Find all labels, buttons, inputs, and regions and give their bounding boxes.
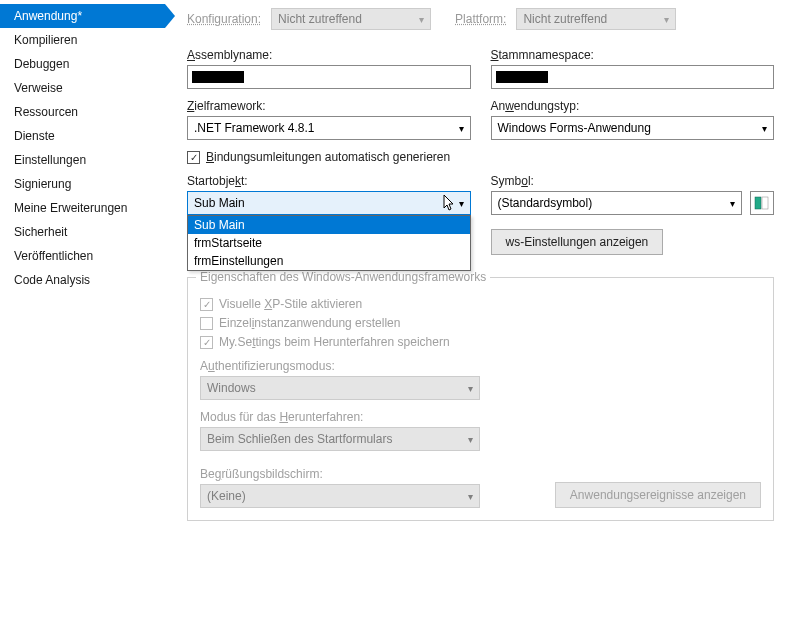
xp-checkbox: ✓ (200, 298, 213, 311)
svg-rect-1 (762, 197, 768, 209)
xp-label: Visuelle XP-Stile aktivieren (219, 297, 362, 311)
autogen-checkbox[interactable]: ✓ (187, 151, 200, 164)
namespace-input[interactable] (491, 65, 775, 89)
dropdown-item-frmstartseite[interactable]: frmStartseite (188, 234, 470, 252)
framework-label: Zielframework: (187, 99, 471, 113)
startobj-select[interactable]: Sub Main▾ (187, 191, 471, 215)
redacted-text (192, 71, 244, 83)
splash-label: Begrüßungsbildschirm: (200, 467, 480, 481)
platform-label: Plattform: (455, 12, 506, 26)
symbol-select[interactable]: (Standardsymbol)▾ (491, 191, 743, 215)
apptype-select[interactable]: Windows Forms-Anwendung▾ (491, 116, 775, 140)
sidebar-item-sicherheit[interactable]: Sicherheit (0, 220, 165, 244)
app-events-button: Anwendungsereignisse anzeigen (555, 482, 761, 508)
sidebar-item-veroeffentlichen[interactable]: Veröffentlichen (0, 244, 165, 268)
startobj-dropdown: Sub Main frmStartseite frmEinstellungen (187, 215, 471, 271)
sidebar-item-verweise[interactable]: Verweise (0, 76, 165, 100)
namespace-label: Stammnamespace: (491, 48, 775, 62)
sidebar-item-dienste[interactable]: Dienste (0, 124, 165, 148)
dropdown-item-frmeinstellungen[interactable]: frmEinstellungen (188, 252, 470, 270)
framework-select[interactable]: .NET Framework 4.8.1▾ (187, 116, 471, 140)
main-panel: Konfiguration: Nicht zutreffend▾ Plattfo… (165, 0, 792, 619)
single-checkbox (200, 317, 213, 330)
single-label: Einzelinstanzanwendung erstellen (219, 316, 400, 330)
sidebar-item-code-analysis[interactable]: Code Analysis (0, 268, 165, 292)
sidebar-item-erweiterungen[interactable]: Meine Erweiterungen (0, 196, 165, 220)
group-title: Eigenschaften des Windows-Anwendungsfram… (196, 270, 490, 284)
symbol-browse-button[interactable] (750, 191, 774, 215)
shutdown-label: Modus für das Herunterfahren: (200, 410, 761, 424)
mysettings-checkbox: ✓ (200, 336, 213, 349)
assembly-label: Assemblyname: (187, 48, 471, 62)
config-label: Konfiguration: (187, 12, 261, 26)
sidebar-item-anwendung[interactable]: Anwendung* (0, 4, 165, 28)
chevron-down-icon: ▾ (468, 434, 473, 445)
shutdown-select: Beim Schließen des Startformulars▾ (200, 427, 480, 451)
sidebar-item-einstellungen[interactable]: Einstellungen (0, 148, 165, 172)
config-select: Nicht zutreffend▾ (271, 8, 431, 30)
dropdown-item-submain[interactable]: Sub Main (188, 216, 470, 234)
autogen-label: Bindungsumleitungen automatisch generier… (206, 150, 450, 164)
sidebar-item-kompilieren[interactable]: Kompilieren (0, 28, 165, 52)
startobj-label: Startobjekt: (187, 174, 471, 188)
chevron-down-icon: ▾ (419, 14, 424, 25)
chevron-down-icon: ▾ (730, 198, 735, 209)
chevron-down-icon: ▾ (459, 123, 464, 134)
svg-rect-0 (755, 197, 761, 209)
sidebar-item-ressourcen[interactable]: Ressourcen (0, 100, 165, 124)
redacted-text (496, 71, 548, 83)
app-framework-group: Eigenschaften des Windows-Anwendungsfram… (187, 277, 774, 521)
assembly-input[interactable] (187, 65, 471, 89)
chevron-down-icon: ▾ (762, 123, 767, 134)
splash-select: (Keine)▾ (200, 484, 480, 508)
chevron-down-icon: ▾ (468, 383, 473, 394)
view-windows-settings-button[interactable]: ws-Einstellungen anzeigen (491, 229, 664, 255)
sidebar-item-debuggen[interactable]: Debuggen (0, 52, 165, 76)
apptype-label: Anwendungstyp: (491, 99, 775, 113)
mysettings-label: My.Settings beim Herunterfahren speicher… (219, 335, 450, 349)
chevron-down-icon: ▾ (468, 491, 473, 502)
chevron-down-icon: ▾ (459, 198, 464, 209)
platform-select: Nicht zutreffend▾ (516, 8, 676, 30)
config-row: Konfiguration: Nicht zutreffend▾ Plattfo… (187, 8, 774, 30)
symbol-label: Symbol: (491, 174, 775, 188)
auth-select: Windows▾ (200, 376, 480, 400)
chevron-down-icon: ▾ (664, 14, 669, 25)
auth-label: Authentifizierungsmodus: (200, 359, 761, 373)
sidebar: Anwendung* Kompilieren Debuggen Verweise… (0, 0, 165, 619)
sidebar-item-signierung[interactable]: Signierung (0, 172, 165, 196)
